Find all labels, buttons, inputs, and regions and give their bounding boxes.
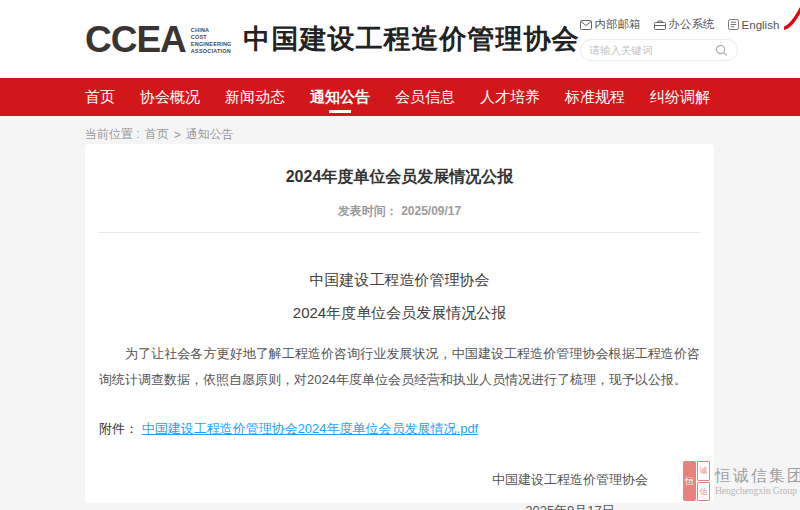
logo-acronym: CCEA (85, 21, 186, 58)
nav-item-about[interactable]: 协会概况 (140, 78, 200, 116)
search-input[interactable] (590, 44, 715, 56)
quick-links: 内部邮箱 办公系统 English (580, 17, 738, 32)
nav-item-members[interactable]: 会员信息 (395, 78, 455, 116)
header-utilities: 内部邮箱 办公系统 English (580, 17, 738, 61)
article-card: 2024年度单位会员发展情况公报 发表时间： 2025/09/17 中国建设工程… (85, 144, 714, 503)
seal-icon: 恒 诚 信 (683, 461, 710, 501)
logo-swoosh-icon (784, 4, 800, 30)
title-divider (99, 232, 700, 233)
publish-time: 发表时间： 2025/09/17 (99, 203, 700, 220)
article-paragraph: 为了让社会各方更好地了解工程造价咨询行业发展状况，中国建设工程造价管理协会根据工… (99, 341, 700, 393)
signature-org: 中国建设工程造价管理协会 (492, 471, 648, 489)
breadcrumb: 当前位置 : 首页 > 通知公告 (0, 116, 800, 143)
mail-icon (580, 20, 592, 30)
main-nav: 首页 协会概况 新闻动态 通知公告 会员信息 人才培养 标准规程 纠纷调解 (0, 78, 800, 116)
nav-item-home[interactable]: 首页 (85, 78, 115, 116)
doc-heading-title: 2024年度单位会员发展情况公报 (99, 304, 700, 323)
nav-item-standards[interactable]: 标准规程 (565, 78, 625, 116)
watermark-name: 恒诚信集团 (715, 466, 800, 485)
breadcrumb-prefix: 当前位置 : (85, 126, 140, 143)
office-system-link[interactable]: 办公系统 (654, 17, 715, 32)
breadcrumb-current[interactable]: 通知公告 (186, 126, 234, 143)
nav-item-news[interactable]: 新闻动态 (225, 78, 285, 116)
briefcase-icon (654, 20, 666, 30)
attachment-label: 附件： (99, 421, 138, 436)
hengchengxin-watermark: 恒 诚 信 恒诚信集团 Hengchengxin Group (683, 461, 800, 501)
signature-block: 中国建设工程造价管理协会 2025年9月17日 (492, 471, 648, 510)
breadcrumb-home[interactable]: 首页 (145, 126, 169, 143)
breadcrumb-separator: > (174, 128, 181, 142)
doc-heading-org: 中国建设工程造价管理协会 (99, 271, 700, 290)
nav-item-mediation[interactable]: 纠纷调解 (650, 78, 710, 116)
article-title: 2024年度单位会员发展情况公报 (99, 144, 700, 188)
site-logo[interactable]: CCEA CHINA COST ENGINEERING ASSOCIATION … (85, 21, 580, 58)
logo-subtext: CHINA COST ENGINEERING ASSOCIATION (191, 27, 232, 56)
globe-icon (728, 19, 739, 30)
signature-date: 2025年9月17日 (492, 502, 648, 510)
watermark-name-en: Hengchengxin Group (715, 486, 800, 496)
search-box[interactable] (580, 39, 738, 61)
site-title: 中国建设工程造价管理协会 (244, 21, 580, 57)
site-header: CCEA CHINA COST ENGINEERING ASSOCIATION … (0, 0, 800, 78)
english-link[interactable]: English (728, 19, 780, 31)
attachment-pdf-link[interactable]: 中国建设工程造价管理协会2024年度单位会员发展情况.pdf (142, 421, 479, 436)
attachment-row: 附件： 中国建设工程造价管理协会2024年度单位会员发展情况.pdf (99, 420, 700, 438)
search-icon[interactable] (715, 44, 728, 57)
nav-item-notices[interactable]: 通知公告 (310, 78, 370, 116)
nav-item-training[interactable]: 人才培养 (480, 78, 540, 116)
internal-mail-link[interactable]: 内部邮箱 (580, 17, 641, 32)
